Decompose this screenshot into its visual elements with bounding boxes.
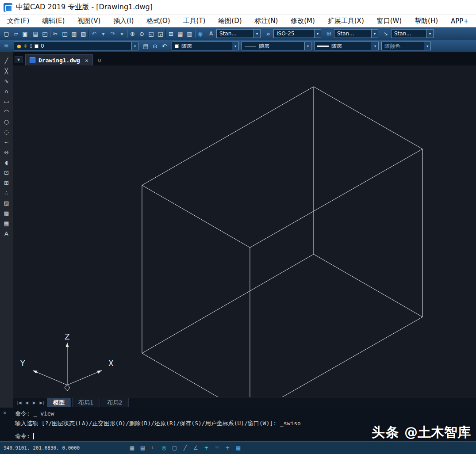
menu-modify[interactable]: 修改(M) xyxy=(289,16,317,26)
redo-icon[interactable]: ↷ xyxy=(108,29,117,38)
line-icon[interactable]: ╱ xyxy=(2,56,12,65)
rectangle-icon[interactable]: ▭ xyxy=(2,97,12,106)
dropdown-arrow-icon[interactable]: ▾ xyxy=(232,42,238,50)
snap-icon[interactable]: ▤ xyxy=(139,444,146,452)
linetype-combo[interactable]: 随层 ▾ xyxy=(242,42,311,50)
open-folder-icon[interactable]: ▱ xyxy=(11,29,20,38)
model-paper-toggle-icon[interactable]: + xyxy=(224,444,231,452)
ellipse-arc-icon[interactable]: ◖ xyxy=(2,158,12,167)
zoom-realtime-icon[interactable]: ⊙ xyxy=(137,29,146,38)
mtext-icon[interactable]: A xyxy=(2,229,12,238)
dropdown-arrow-icon[interactable]: ▾ xyxy=(253,30,260,38)
layer-previous-icon[interactable]: ↶ xyxy=(160,41,169,51)
make-block-icon[interactable]: ⊞ xyxy=(2,178,12,187)
menu-dimension[interactable]: 标注(N) xyxy=(253,16,280,26)
dropdown-arrow-icon[interactable]: ▾ xyxy=(426,30,433,38)
dropdown-arrow-icon[interactable]: ▾ xyxy=(314,30,321,38)
close-tab-icon[interactable]: × xyxy=(85,57,88,64)
pan-icon[interactable]: ⊕ xyxy=(128,29,137,38)
drawing-canvas[interactable]: ZXY xyxy=(13,65,476,397)
menu-window[interactable]: 窗口(W) xyxy=(375,16,404,26)
match-properties-icon[interactable]: ▧ xyxy=(79,29,88,38)
dropdown-arrow-icon[interactable]: ▾ xyxy=(131,42,138,50)
arc-icon[interactable]: ◠ xyxy=(2,107,12,116)
menu-tools[interactable]: 工具(T) xyxy=(181,16,207,26)
tab-model[interactable]: 模型 xyxy=(47,398,71,407)
menu-draw[interactable]: 绘图(D) xyxy=(216,16,243,26)
zoom-previous-icon[interactable]: ◲ xyxy=(156,29,165,38)
polygon-icon[interactable]: ⌂ xyxy=(2,87,12,96)
paste-icon[interactable]: ▥ xyxy=(69,29,79,38)
dyn-input-icon[interactable]: + xyxy=(203,444,210,452)
cut-icon[interactable]: ✂ xyxy=(51,29,60,38)
dropdown-arrow-icon[interactable]: ▾ xyxy=(424,42,430,50)
lineweight-combo[interactable]: 随层 ▾ xyxy=(314,42,379,50)
layer-properties-icon[interactable]: ≣ xyxy=(2,41,11,51)
gradient-icon[interactable]: ▩ xyxy=(2,209,12,218)
save-icon[interactable]: ▣ xyxy=(20,29,30,38)
undo-icon[interactable]: ↶ xyxy=(89,29,99,38)
mleader-style-combo[interactable]: ↘ Stan... ▾ xyxy=(382,29,434,38)
table-style-combo[interactable]: ⊞ Stan... ▾ xyxy=(325,29,378,38)
undo-history-arrow-icon[interactable]: ▾ xyxy=(99,29,108,38)
plot-icon[interactable]: ▤ xyxy=(31,29,40,38)
menu-help[interactable]: 帮助(H) xyxy=(413,16,440,26)
spline-icon[interactable]: ∽ xyxy=(2,137,12,147)
redo-history-arrow-icon[interactable]: ▾ xyxy=(117,29,127,38)
circle-icon[interactable]: ○ xyxy=(2,117,12,126)
previous-tab-button[interactable]: ◀ xyxy=(23,399,31,406)
help-icon[interactable]: ◉ xyxy=(196,29,205,38)
next-tab-button[interactable]: ▶ xyxy=(31,399,38,406)
revision-cloud-icon[interactable]: ◌ xyxy=(2,127,12,137)
annotation-scale-icon[interactable]: ▦ xyxy=(234,444,242,452)
dim-style-combo[interactable]: ⌀ ISO-25 ▾ xyxy=(265,29,321,38)
tab-layout2[interactable]: 布局2 xyxy=(101,398,128,407)
menu-express-tools[interactable]: 扩展工具(X) xyxy=(326,16,366,26)
menu-file[interactable]: 文件(F) xyxy=(5,16,31,26)
otrack-icon[interactable]: ╱ xyxy=(181,444,189,452)
viewports-icon[interactable]: ⊞ xyxy=(166,29,176,38)
menu-view[interactable]: 视图(V) xyxy=(76,16,102,26)
construction-line-icon[interactable]: ╳ xyxy=(2,66,12,76)
point-icon[interactable]: ∴ xyxy=(2,188,12,198)
named-views-icon[interactable]: ▦ xyxy=(176,29,185,38)
layer-states-icon[interactable]: ▤ xyxy=(141,41,150,51)
tab-list-button[interactable]: ▼ xyxy=(15,56,23,63)
last-tab-button[interactable]: ▶| xyxy=(38,399,46,406)
sheet-set-icon[interactable]: ▥ xyxy=(185,29,194,38)
dropdown-arrow-icon[interactable]: ▾ xyxy=(371,30,378,38)
make-object-layer-current-icon[interactable]: ⊙ xyxy=(150,41,160,51)
tab-drawing1[interactable]: Drawing1.dwg × xyxy=(25,54,93,65)
first-tab-button[interactable]: |◀ xyxy=(15,399,23,406)
menu-app-plus[interactable]: APP+ xyxy=(449,16,471,26)
close-command-icon[interactable]: × xyxy=(3,410,6,416)
tab-layout1[interactable]: 布局1 xyxy=(72,398,100,407)
plot-preview-icon[interactable]: ◰ xyxy=(40,29,50,38)
dropdown-arrow-icon[interactable]: ▾ xyxy=(304,42,311,50)
table-icon[interactable]: ▦ xyxy=(2,219,12,228)
polar-tracking-icon[interactable]: ◎ xyxy=(160,444,168,452)
menu-format[interactable]: 格式(O) xyxy=(145,16,172,26)
ducs-icon[interactable]: ∠ xyxy=(192,444,200,452)
zoom-window-icon[interactable]: ◱ xyxy=(146,29,156,38)
plotstyle-combo[interactable]: 随颜色 ▾ xyxy=(381,42,431,50)
command-window[interactable]: × 命令: _-view 输入选项 [?/图层状态(LA)/正交图形(O)/删除… xyxy=(0,408,476,441)
text-style-combo[interactable]: A Stan... ▾ xyxy=(207,29,261,38)
ellipse-icon[interactable]: ⊖ xyxy=(2,148,12,157)
command-input[interactable]: 命令: xyxy=(15,432,301,440)
grid-icon[interactable]: ▦ xyxy=(128,444,136,452)
osnap-icon[interactable]: ▢ xyxy=(171,444,178,452)
insert-block-icon[interactable]: ⊡ xyxy=(2,168,12,177)
color-combo[interactable]: 随层 ▾ xyxy=(172,42,239,50)
new-tab-button[interactable]: ▫ xyxy=(96,56,104,64)
menu-insert[interactable]: 插入(I) xyxy=(111,16,135,26)
lineweight-display-icon[interactable]: ≡ xyxy=(213,444,221,452)
layer-combo[interactable]: ● ☼ ▯ 0 ▾ xyxy=(14,42,138,50)
hatch-icon[interactable]: ▨ xyxy=(2,198,12,208)
dropdown-arrow-icon[interactable]: ▾ xyxy=(372,42,378,50)
model-view[interactable]: ZXY xyxy=(13,65,476,397)
new-file-icon[interactable]: ▢ xyxy=(2,29,11,38)
copy-icon[interactable]: ◫ xyxy=(60,29,69,38)
ortho-icon[interactable]: ∟ xyxy=(150,444,157,452)
polyline-icon[interactable]: ∿ xyxy=(2,76,12,86)
